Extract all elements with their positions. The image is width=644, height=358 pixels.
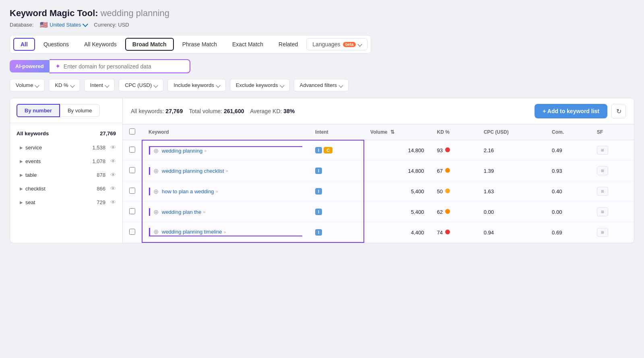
intent-cell: IC	[309, 140, 364, 161]
row-checkbox[interactable]	[129, 167, 135, 173]
currency-label: Currency: USD	[94, 22, 129, 28]
add-keyword-icon[interactable]: ⊕	[153, 228, 159, 236]
row-checkbox[interactable]	[129, 208, 135, 214]
include-keywords-filter[interactable]: Include keywords	[167, 79, 225, 91]
sidebar-item-count: 1,078	[92, 158, 105, 164]
serp-features-icon[interactable]: ⊞	[597, 146, 608, 155]
advanced-filters-filter[interactable]: Advanced filters	[294, 79, 349, 91]
ai-domain-input[interactable]	[64, 63, 184, 70]
keyword-text: wedding planning checklist	[162, 168, 224, 174]
avg-kd-value: 38%	[283, 108, 295, 114]
header-section: Keyword Magic Tool: wedding planning Dat…	[10, 8, 634, 29]
serp-features-icon[interactable]: ⊞	[597, 187, 608, 196]
tab-related[interactable]: Related	[272, 38, 305, 50]
cpc-filter[interactable]: CPC (USD)	[119, 79, 163, 91]
serp-features-icon[interactable]: ⊞	[597, 207, 608, 216]
row-checkbox[interactable]	[129, 147, 135, 153]
expand-icon: ▶	[20, 200, 23, 205]
db-row: Database: 🇺🇸 United States Currency: USD	[10, 21, 634, 29]
sidebar-item-events[interactable]: ▶ events 1,078 👁	[10, 154, 122, 168]
double-arrow-icon: »	[204, 148, 206, 153]
tab-all-keywords[interactable]: All Keywords	[77, 38, 124, 50]
sidebar-item-checklist[interactable]: ▶ checklist 866 👁	[10, 182, 122, 195]
keyword-cell: ⊕ wedding planning checklist »	[142, 161, 309, 181]
keyword-cell: ⊕ how to plan a wedding »	[142, 181, 309, 202]
select-all-checkbox[interactable]	[129, 128, 135, 135]
languages-button[interactable]: Languages beta	[306, 38, 367, 50]
add-keyword-icon[interactable]: ⊕	[153, 167, 159, 175]
keyword-text: wedding planning	[162, 148, 202, 154]
chevron-down-icon	[216, 83, 220, 87]
kd-indicator	[445, 230, 450, 234]
keyword-link[interactable]: wedding planning checklist »	[162, 168, 228, 174]
tab-broad-match[interactable]: Broad Match	[125, 38, 174, 51]
include-keywords-label: Include keywords	[173, 82, 214, 88]
serp-features-icon[interactable]: ⊞	[597, 228, 608, 237]
keyword-cell: ⊕ wedding plan the »	[142, 202, 309, 222]
keyword-link[interactable]: how to plan a wedding »	[162, 188, 218, 195]
database-link[interactable]: 🇺🇸 United States	[40, 21, 87, 29]
serp-features-icon[interactable]: ⊞	[597, 166, 608, 175]
eye-icon[interactable]: 👁	[110, 172, 116, 178]
total-volume-label: Total volume:	[189, 108, 222, 114]
cpc-column-header: CPC (USD)	[477, 124, 545, 140]
sidebar-sort-row: By number By volume	[10, 98, 122, 123]
kd-filter[interactable]: KD %	[49, 79, 80, 91]
sidebar-item-name: table	[25, 172, 94, 178]
table-header-row: All keywords: 27,769 Total volume: 261,6…	[123, 98, 634, 124]
com-cell: 0.40	[545, 181, 590, 202]
filters-row: Volume KD % Intent CPC (USD) Include key…	[10, 79, 634, 91]
tab-all[interactable]: All	[13, 38, 35, 51]
row-checkbox[interactable]	[129, 188, 135, 194]
eye-icon[interactable]: 👁	[110, 144, 116, 151]
intent-cell: I	[309, 181, 364, 202]
sort-by-volume-button[interactable]: By volume	[60, 104, 100, 117]
add-keyword-icon[interactable]: ⊕	[153, 147, 159, 155]
sf-cell: ⊞	[590, 140, 634, 161]
volume-filter[interactable]: Volume	[10, 79, 45, 91]
volume-column-header[interactable]: Volume ⇅	[364, 124, 430, 140]
volume-label: Volume	[370, 129, 387, 135]
total-volume-value: 261,600	[224, 108, 244, 114]
eye-icon[interactable]: 👁	[110, 158, 116, 164]
exclude-keywords-filter[interactable]: Exclude keywords	[230, 79, 290, 91]
keyword-link[interactable]: wedding planning timeline »	[162, 229, 226, 235]
sidebar-all-keywords-header: All keywords 27,769	[10, 126, 122, 141]
add-keyword-icon[interactable]: ⊕	[153, 208, 159, 216]
chevron-down-icon	[70, 83, 74, 87]
sidebar-item-seat[interactable]: ▶ seat 729 👁	[10, 195, 122, 209]
intent-badge: I	[315, 209, 322, 215]
sidebar-list: All keywords 27,769 ▶ service 1,538 👁 ▶ …	[10, 123, 122, 212]
all-keywords-label: All keywords:	[131, 108, 164, 114]
refresh-button[interactable]: ↻	[611, 104, 626, 118]
advanced-filters-label: Advanced filters	[300, 82, 337, 88]
tab-questions[interactable]: Questions	[37, 38, 76, 50]
cpc-cell: 1.39	[477, 161, 545, 181]
tab-phrase-match[interactable]: Phrase Match	[175, 38, 224, 50]
add-keyword-icon[interactable]: ⊕	[153, 188, 159, 195]
table-row: ⊕ wedding planning checklist » I14,80067…	[123, 161, 634, 181]
table-row: ⊕ wedding planning » IC14,800932.160.49⊞	[123, 140, 634, 161]
table-row: ⊕ how to plan a wedding » I5,400501.630.…	[123, 181, 634, 202]
sort-by-number-button[interactable]: By number	[17, 104, 60, 117]
sidebar-item-name: seat	[25, 199, 94, 205]
expand-icon: ▶	[20, 186, 23, 191]
tab-exact-match[interactable]: Exact Match	[225, 38, 270, 50]
add-to-keyword-list-button[interactable]: + Add to keyword list	[535, 104, 607, 118]
volume-cell: 5,400	[364, 202, 430, 222]
keyword-link[interactable]: wedding plan the »	[162, 209, 205, 215]
eye-icon[interactable]: 👁	[110, 199, 116, 205]
sidebar-item-service[interactable]: ▶ service 1,538 👁	[10, 141, 122, 154]
database-label: Database:	[10, 22, 33, 28]
keyword-link[interactable]: wedding planning »	[162, 148, 206, 154]
intent-filter[interactable]: Intent	[84, 79, 115, 91]
table-header-row: Keyword Intent Volume ⇅ KD % CPC (USD) C…	[123, 124, 634, 140]
sidebar-header-count: 27,769	[100, 130, 116, 137]
beta-badge: beta	[343, 42, 356, 47]
main-table-area: All keywords: 27,769 Total volume: 261,6…	[123, 98, 634, 243]
sidebar-item-name: checklist	[25, 186, 94, 192]
row-checkbox[interactable]	[129, 229, 135, 235]
sidebar-item-table[interactable]: ▶ table 878 👁	[10, 168, 122, 182]
eye-icon[interactable]: 👁	[110, 185, 116, 192]
cpc-cell: 0.94	[477, 222, 545, 243]
